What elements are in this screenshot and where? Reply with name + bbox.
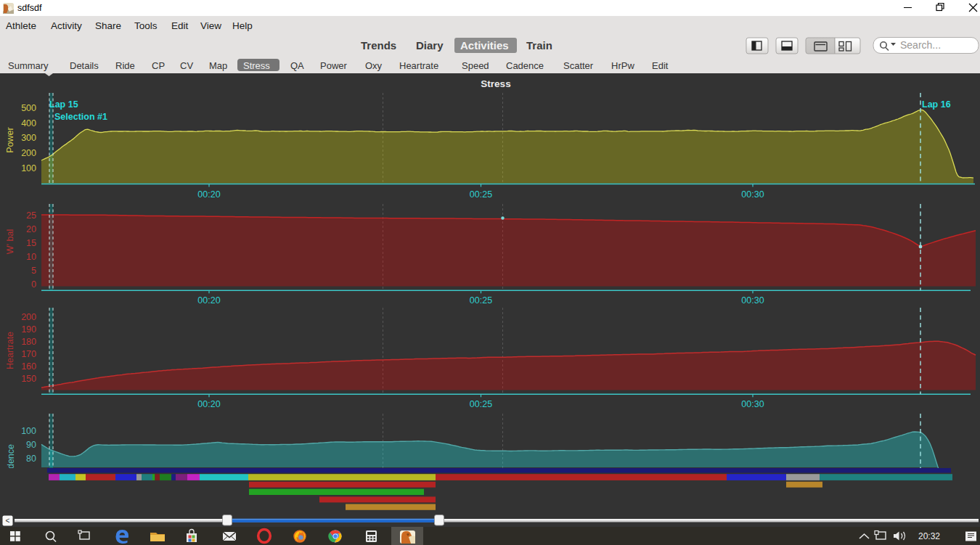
svg-text:00:25: 00:25 <box>470 189 492 200</box>
svg-text:200: 200 <box>21 312 36 322</box>
svg-text:200: 200 <box>21 148 36 158</box>
svg-text:00:25: 00:25 <box>470 399 492 409</box>
svg-text:400: 400 <box>21 118 36 128</box>
svg-text:300: 300 <box>21 133 36 143</box>
svg-text:20: 20 <box>26 224 36 234</box>
svg-text:160: 160 <box>21 361 36 372</box>
svg-text:15: 15 <box>26 238 36 248</box>
svg-text:0: 0 <box>31 279 36 290</box>
svg-text:Cadence: Cadence <box>6 444 16 480</box>
svg-text:00:30: 00:30 <box>741 295 764 306</box>
svg-text:170: 170 <box>21 349 36 359</box>
svg-text:Heartrate: Heartrate <box>5 332 15 369</box>
svg-text:10: 10 <box>26 252 36 262</box>
svg-text:180: 180 <box>21 337 36 347</box>
svg-text:00:20: 00:20 <box>197 295 220 306</box>
svg-text:Power: Power <box>5 127 15 152</box>
svg-text:100: 100 <box>21 163 36 173</box>
svg-text:500: 500 <box>21 103 36 113</box>
svg-text:00:30: 00:30 <box>741 399 764 409</box>
svg-text:Lap 15: Lap 15 <box>49 99 78 110</box>
svg-text:00:30: 00:30 <box>741 189 764 200</box>
svg-text:5: 5 <box>31 266 36 276</box>
svg-text:Stress: Stress <box>481 78 510 89</box>
svg-text:00:20: 00:20 <box>197 399 220 409</box>
svg-text:150: 150 <box>21 374 36 384</box>
svg-text:190: 190 <box>21 324 36 335</box>
svg-text:Search...: Search... <box>900 39 941 51</box>
svg-text:00:25: 00:25 <box>470 295 492 306</box>
svg-text:00:20: 00:20 <box>197 189 220 200</box>
svg-text:Lap 16: Lap 16 <box>922 99 951 110</box>
svg-text:<: < <box>6 517 10 525</box>
svg-text:W' bal: W' bal <box>5 229 15 254</box>
svg-text:80: 80 <box>26 454 36 464</box>
svg-text:25: 25 <box>26 210 36 221</box>
svg-text:Selection #1: Selection #1 <box>54 112 107 122</box>
svg-text:90: 90 <box>26 440 36 450</box>
svg-text:20:32: 20:32 <box>918 531 940 541</box>
svg-text:100: 100 <box>21 426 36 436</box>
